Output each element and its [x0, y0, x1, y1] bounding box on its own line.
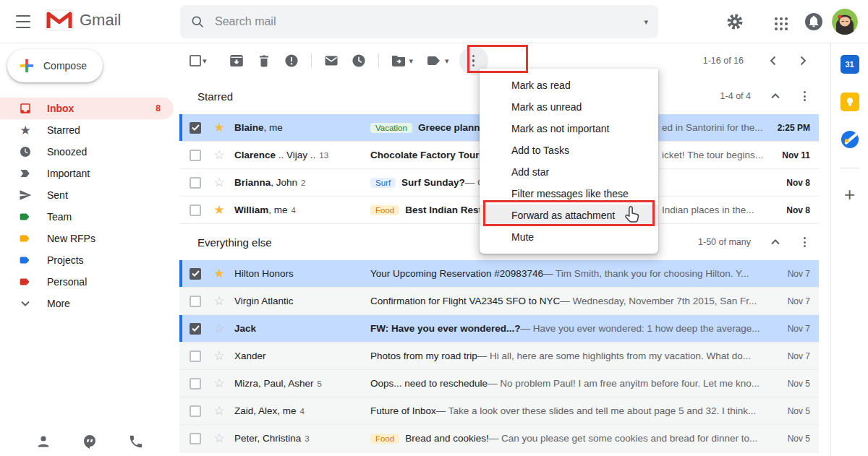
- calendar-app-icon[interactable]: 31: [841, 55, 859, 74]
- email-subject-snippet: FW: Have you ever wondered...? — Have yo…: [370, 323, 762, 334]
- section-title: Everything else: [197, 236, 272, 249]
- email-row[interactable]: ☆Peter, Christina3FoodBread and cookies!…: [179, 425, 819, 452]
- select-all-checkbox[interactable]: [190, 55, 201, 66]
- star-toggle-icon[interactable]: ★: [211, 202, 227, 218]
- menu-item-mute[interactable]: Mute: [480, 226, 658, 248]
- tasks-app-icon[interactable]: [841, 130, 859, 149]
- sidebar-item-label: New RFPs: [47, 233, 95, 244]
- menu-item-filter-messages-like-these[interactable]: Filter messages like these: [480, 183, 658, 205]
- star-toggle-icon[interactable]: ★: [211, 120, 227, 135]
- email-date: 2:25 PM: [762, 123, 819, 133]
- row-checkbox[interactable]: [190, 205, 201, 216]
- label-chip[interactable]: Food: [370, 205, 399, 215]
- star-icon: ★: [18, 123, 33, 137]
- search-bar[interactable]: Search mail ▾: [180, 5, 658, 38]
- sidebar-item-snoozed[interactable]: Snoozed: [0, 141, 174, 163]
- sidebar-item-projects[interactable]: Projects: [0, 249, 174, 271]
- phone-icon[interactable]: [128, 434, 144, 449]
- menu-item-mark-as-not-important[interactable]: Mark as not important: [480, 118, 658, 139]
- star-toggle-icon[interactable]: ★: [211, 266, 227, 281]
- archive-button[interactable]: [223, 47, 250, 74]
- label-chip[interactable]: Food: [370, 434, 399, 444]
- star-toggle-icon[interactable]: ☆: [211, 431, 227, 446]
- older-page-button[interactable]: [791, 49, 814, 72]
- menu-item-add-to-tasks[interactable]: Add to Tasks: [480, 139, 658, 161]
- row-checkbox[interactable]: [190, 350, 201, 362]
- add-addon-plus-icon[interactable]: +: [844, 187, 855, 202]
- labels-button[interactable]: [420, 47, 448, 74]
- email-row[interactable]: ☆Mizra, Paul, Asher5Oops... need to resc…: [179, 370, 819, 397]
- star-toggle-icon[interactable]: ☆: [211, 147, 227, 163]
- sidebar-item-label: Sent: [47, 189, 68, 201]
- sidebar-item-personal[interactable]: Personal: [0, 271, 174, 293]
- sidebar-item-more[interactable]: More: [0, 293, 174, 314]
- star-toggle-icon[interactable]: ☆: [211, 293, 227, 309]
- menu-item-mark-as-unread[interactable]: Mark as unread: [480, 96, 658, 118]
- collapse-section-chevron-up-icon[interactable]: [764, 85, 787, 108]
- compose-button[interactable]: Compose: [7, 49, 103, 82]
- row-checkbox[interactable]: [190, 268, 201, 280]
- row-checkbox[interactable]: [190, 405, 201, 417]
- menu-item-mark-as-read[interactable]: Mark as read: [480, 74, 658, 96]
- label-icon: [18, 231, 33, 246]
- email-row[interactable]: ☆JackFW: Have you ever wondered...? — Ha…: [179, 315, 819, 343]
- hand-cursor-icon: [622, 205, 642, 225]
- email-sender: William, me4: [234, 205, 370, 215]
- delete-button[interactable]: [250, 47, 278, 74]
- email-row[interactable]: ☆Zaid, Alex, me4Future of Inbox — Take a…: [179, 397, 819, 425]
- sidebar-item-sent[interactable]: Sent: [0, 184, 174, 206]
- google-apps-grid-icon[interactable]: [773, 15, 790, 33]
- email-sender: Jack: [234, 323, 370, 334]
- label-chip[interactable]: Vacation: [370, 123, 412, 133]
- user-avatar[interactable]: [832, 9, 858, 35]
- sidebar-item-inbox[interactable]: Inbox8: [0, 98, 174, 119]
- email-date: Nov 5: [762, 379, 819, 389]
- search-options-caret-icon[interactable]: ▾: [644, 17, 648, 27]
- search-input[interactable]: Search mail: [215, 15, 647, 28]
- keep-app-icon[interactable]: [841, 93, 859, 111]
- newer-page-button[interactable]: [761, 49, 784, 72]
- star-toggle-icon[interactable]: ☆: [211, 376, 227, 391]
- label-chip[interactable]: Surf: [370, 178, 396, 188]
- row-checkbox[interactable]: [190, 296, 201, 307]
- mark-as-read-button[interactable]: [318, 47, 345, 74]
- settings-gear-icon[interactable]: [726, 13, 744, 30]
- sidebar-item-important[interactable]: Important: [0, 163, 174, 184]
- sidebar-item-label: Snoozed: [47, 146, 87, 158]
- section-more-options-icon[interactable]: [793, 85, 816, 108]
- row-checkbox[interactable]: [190, 433, 201, 444]
- labels-caret-icon[interactable]: ▾: [445, 56, 449, 66]
- row-checkbox[interactable]: [190, 150, 201, 161]
- search-icon[interactable]: [190, 14, 205, 29]
- email-row[interactable]: ☆XanderPhotos from my road trip — Hi all…: [179, 343, 819, 370]
- move-to-caret-icon[interactable]: ▾: [409, 56, 414, 66]
- email-row[interactable]: ☆Virgin AtlanticConfirmation for Flight …: [179, 288, 819, 315]
- contacts-person-icon[interactable]: [35, 434, 51, 449]
- hamburger-menu-icon[interactable]: [16, 15, 30, 28]
- hangouts-icon[interactable]: [82, 434, 98, 449]
- star-toggle-icon[interactable]: ☆: [211, 348, 227, 363]
- row-checkbox[interactable]: [190, 122, 201, 134]
- sidebar-item-starred[interactable]: ★Starred: [0, 119, 174, 141]
- move-to-button[interactable]: [385, 47, 412, 74]
- notifications-bell-icon[interactable]: [804, 12, 822, 30]
- star-toggle-icon[interactable]: ☆: [211, 321, 227, 336]
- collapse-section-chevron-up-icon[interactable]: [764, 231, 787, 254]
- sidebar-item-new-rfps[interactable]: New RFPs: [0, 228, 174, 249]
- row-checkbox[interactable]: [190, 323, 201, 335]
- section-more-options-icon[interactable]: [793, 231, 816, 254]
- email-subject-snippet: Photos from my road trip — Hi all, here …: [370, 350, 762, 361]
- menu-item-add-star[interactable]: Add star: [480, 161, 658, 183]
- email-row[interactable]: ★Hilton HonorsYour Upcoming Reservation …: [179, 260, 819, 288]
- snooze-button[interactable]: [345, 47, 373, 74]
- select-dropdown-caret-icon[interactable]: ▾: [203, 56, 207, 66]
- gmail-envelope-icon: [45, 9, 74, 31]
- row-checkbox[interactable]: [190, 378, 201, 390]
- email-subject-snippet: Future of Inbox — Take a look over these…: [370, 405, 762, 416]
- row-checkbox[interactable]: [190, 177, 201, 189]
- report-spam-button[interactable]: [278, 47, 305, 74]
- star-toggle-icon[interactable]: ☆: [211, 403, 227, 418]
- unread-count-badge: 8: [156, 103, 161, 113]
- star-toggle-icon[interactable]: ☆: [211, 175, 227, 190]
- sidebar-item-team[interactable]: Team: [0, 206, 174, 228]
